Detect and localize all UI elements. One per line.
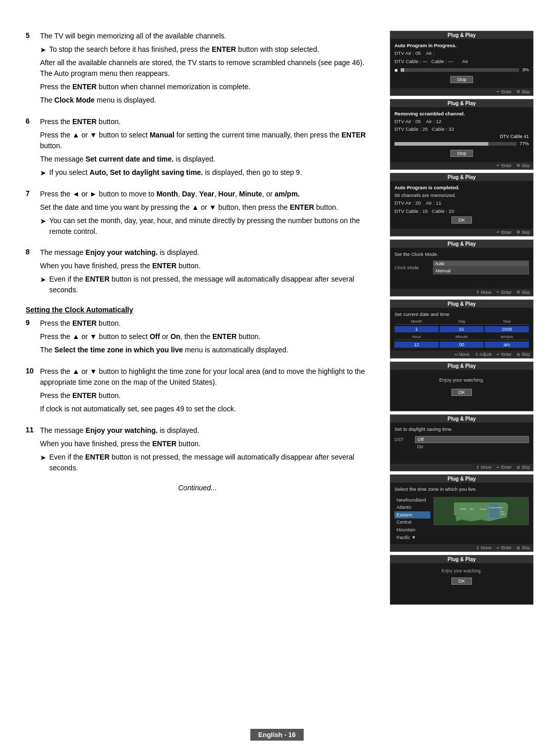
arrow-symbol-2: ➤: [40, 168, 46, 178]
step-7-number: 7: [26, 189, 35, 239]
tv-panel-5-header: Plug & Play: [390, 300, 533, 308]
tv-p2-line1: Removing scrambled channel.: [394, 110, 529, 117]
tv-p5-line1: Set current date and time: [394, 311, 529, 317]
step-7-main: Press the ◄ or ► button to move to Month…: [40, 189, 369, 200]
tv-panel-3: Plug & Play Auto Program is completed. 5…: [390, 173, 533, 236]
step-11-number: 11: [26, 425, 35, 475]
tv-panel-4-header: Plug & Play: [390, 240, 533, 248]
step-6-sub-2: The message Set current date and time. i…: [40, 154, 369, 165]
tv-p7-move: ⇕ Move: [476, 465, 491, 470]
enter-icon-3: ↵: [497, 230, 500, 234]
tv-p7-skip: ⊞ Skip: [517, 465, 530, 470]
tv-panel-8-body: Select the time zone in which you live. …: [390, 483, 533, 544]
tv-panel-6-header: Plug & Play: [390, 362, 533, 370]
step-7-sub-1: Set the date and time you want by pressi…: [40, 202, 369, 213]
tv-p1-line2: DTV Air : 05 Air :: [394, 50, 529, 56]
step-10-sub-1: Press the ENTER button.: [40, 390, 369, 401]
tv-panel-9-body: Enjoy your watching. OK: [390, 563, 533, 604]
tv-p4-line1: Set the Clock Mode.: [394, 251, 529, 257]
tv-p1-stop-btn[interactable]: Stop: [394, 76, 529, 83]
tv-panel-4-body: Set the Clock Mode. Clock Mode Auto Manu…: [390, 248, 533, 289]
step-6-main: Press the ENTER button.: [40, 116, 369, 127]
tv-panel-6: Plug & Play Enjoy your watching. OK: [390, 362, 533, 411]
tz-central[interactable]: Central: [394, 519, 430, 526]
hour-value[interactable]: 12: [394, 342, 439, 348]
tv-panel-5-footer: ⇔ Move ⇕ Adjust ↵ Enter ⊞ Skip: [390, 351, 533, 358]
minute-header: Minute: [440, 334, 484, 340]
tv-p6-ok-btn[interactable]: OK: [394, 389, 529, 396]
ampm-header: am/pm: [485, 334, 529, 340]
step-11-content: The message Enjoy your watching. is disp…: [40, 425, 369, 475]
tv-p3-enter: ↵ Enter: [497, 230, 511, 235]
tv-p3-line3: DTV Air : 20 Air : 11: [394, 200, 529, 206]
month-value[interactable]: 1: [394, 326, 439, 332]
tz-eastern[interactable]: Eastern: [394, 511, 430, 519]
tv-p5-time-grid: Month Day Year 1 01 2008: [394, 319, 529, 332]
tv-p4-skip: ⊞ Skip: [517, 290, 530, 295]
tv-panel-8: Plug & Play Select the time zone in whic…: [390, 474, 533, 552]
skip-icon-4: ⊞: [517, 290, 520, 294]
step-11-main: The message Enjoy your watching. is disp…: [40, 425, 369, 436]
step-7-content: Press the ◄ or ► button to move to Month…: [40, 189, 369, 239]
svg-rect-0: [466, 518, 471, 521]
left-column: 5 The TV will begin memorizing all of th…: [26, 31, 374, 605]
tv-panel-2-footer: ↵ Enter ⊞ Skip: [390, 162, 533, 169]
skip-icon-5: ⊞: [517, 352, 520, 357]
tv-panel-2-header: Plug & Play: [390, 100, 533, 107]
minute-value[interactable]: 00: [440, 342, 484, 348]
svg-text:fndlnd: fndlnd: [501, 513, 505, 515]
step-5-block: 5 The TV will begin memorizing all of th…: [26, 31, 369, 108]
tz-atlantic[interactable]: Atlantic: [394, 504, 430, 511]
day-value[interactable]: 01: [440, 326, 484, 332]
arrow-symbol-4: ➤: [40, 274, 46, 295]
step-5-sub-3: The Clock Mode menu is displayed.: [40, 95, 369, 106]
skip-icon-3: ⊞: [517, 230, 520, 234]
tv-p7-enter: ↵ Enter: [497, 465, 511, 470]
tv-panel-1: Plug & Play Auto Program in Progress. DT…: [390, 31, 533, 96]
step-8-content: The message Enjoy your watching. is disp…: [40, 247, 369, 297]
svg-text:Atlantic: Atlantic: [497, 507, 503, 509]
step-8-sub-1: When you have finished, press the ENTER …: [40, 261, 369, 271]
tv-p5-skip: ⊞ Skip: [517, 352, 530, 357]
tz-newfoundland[interactable]: Newfoundland: [394, 496, 430, 504]
tv-p2-stop-btn[interactable]: Stop: [394, 150, 529, 157]
tv-panel-3-body: Auto Program is completed. 56 channels a…: [390, 181, 533, 229]
step-7-arrow-1: ➤ You can set the month, day, year, hour…: [40, 215, 369, 237]
step-9-sub-2: The Select the time zone in which you li…: [40, 345, 369, 355]
step-6-arrow-1: ➤ If you select Auto, Set to daylight sa…: [40, 167, 369, 178]
svg-text:Mnt: Mnt: [470, 508, 474, 510]
step-6-arrow-text: If you select Auto, Set to daylight savi…: [49, 167, 302, 178]
tv-panel-1-body: Auto Program in Progress. DTV Air : 05 A…: [390, 39, 533, 88]
step-7-block: 7 Press the ◄ or ► button to move to Mon…: [26, 189, 369, 239]
year-value[interactable]: 2008: [485, 326, 529, 332]
tv-panel-2: Plug & Play Removing scrambled channel. …: [390, 99, 533, 170]
move-icon-8: ⇕: [476, 546, 480, 550]
tv-p9-ok-btn[interactable]: OK: [394, 578, 529, 585]
enter-icon-8: ↵: [497, 546, 500, 550]
tv-p5-time-row2: Hour Minute am/pm 12 00 am: [394, 334, 529, 348]
step-6-number: 6: [26, 116, 35, 181]
tz-pacific[interactable]: Pacific ▼: [394, 534, 430, 542]
tv-p1-enter: ↵ Enter: [497, 89, 511, 94]
tv-panel-1-header: Plug & Play: [390, 31, 533, 39]
clock-mode-auto[interactable]: Auto: [433, 261, 529, 267]
tv-p8-move: ⇕ Move: [476, 545, 491, 550]
tv-panel-4: Plug & Play Set the Clock Mode. Clock Mo…: [390, 240, 533, 296]
tv-p2-line3: DTV Cable : 25 Cable : 32: [394, 126, 529, 132]
tv-p3-ok-btn[interactable]: OK: [394, 216, 529, 224]
day-header: Day: [440, 319, 484, 325]
setting-clock-heading: Setting the Clock Automatically: [26, 306, 369, 314]
step-6-content: Press the ENTER button. Press the ▲ or ▼…: [40, 116, 369, 181]
enter-icon-2: ↵: [497, 163, 500, 168]
tz-mountain[interactable]: Mountain: [394, 526, 430, 534]
adjust-icon-5: ⇕: [475, 352, 479, 357]
step-11-arrow-1: ➤ Even if the ENTER button is not presse…: [40, 452, 369, 473]
step-10-sub-2: If clock is not automatically set, see p…: [40, 404, 369, 414]
setting-clock-section: Setting the Clock Automatically 9 Press …: [26, 306, 369, 475]
step-10-main: Press the ▲ or ▼ button to highlight the…: [40, 366, 369, 388]
tv-p2-line2: DTV Air : 05 Air : 12: [394, 118, 529, 125]
page-footer: English - 16: [0, 729, 554, 741]
tv-p3-skip: ⊞ Skip: [517, 230, 530, 235]
ampm-value[interactable]: am: [485, 342, 529, 348]
step-11-sub-1: When you have finished, press the ENTER …: [40, 439, 369, 449]
